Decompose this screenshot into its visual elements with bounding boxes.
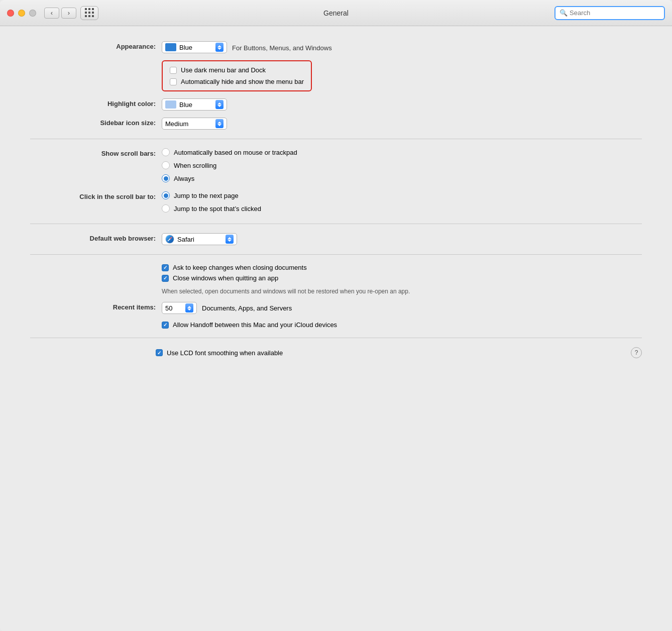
recent-items-value: 50 (165, 304, 172, 312)
dark-menu-empty-label (30, 60, 156, 62)
close-button[interactable] (7, 10, 14, 17)
dark-menu-checkbox[interactable] (170, 67, 177, 74)
auto-hide-label: Automatically hide and show the menu bar (181, 78, 304, 85)
ask-keep-changes-checkbox-row[interactable]: Ask to keep changes when closing documen… (162, 264, 307, 271)
arrow-up-icon (217, 45, 221, 47)
arrow-down-icon (217, 124, 221, 126)
ask-keep-changes-row: Ask to keep changes when closing documen… (30, 264, 642, 282)
nav-buttons: ‹ › (44, 8, 76, 19)
browser-dropdown[interactable]: Safari (162, 233, 237, 245)
click-scroll-next-page[interactable]: Jump to the next page (162, 191, 261, 199)
appearance-row: Appearance: Blue For Buttons, Menus, and… (30, 41, 642, 53)
arrow-down-icon (228, 240, 232, 242)
scroll-auto-radio[interactable] (162, 148, 170, 156)
lcd-smoothing-label: Use LCD font smoothing when available (167, 349, 283, 357)
maximize-button[interactable] (29, 10, 36, 17)
click-scroll-label: Click in the scroll bar to: (30, 191, 156, 200)
help-button[interactable]: ? (631, 347, 642, 358)
arrow-up-icon (217, 102, 221, 104)
appearance-dropdown[interactable]: Blue (162, 41, 227, 53)
show-scroll-bars-row: Show scroll bars: Automatically based on… (30, 148, 642, 184)
scroll-always-label: Always (174, 175, 194, 182)
light-blue-color-swatch (165, 100, 176, 109)
handoff-checkbox-row[interactable]: Allow Handoff between this Mac and your … (162, 321, 337, 329)
dark-menu-label: Use dark menu bar and Dock (181, 66, 266, 74)
dark-menu-section: Use dark menu bar and Dock Automatically… (30, 60, 642, 91)
default-browser-controls: Safari (162, 233, 237, 245)
sidebar-icon-size-row: Sidebar icon size: Medium (30, 118, 642, 130)
default-browser-row: Default web browser: (30, 233, 642, 245)
handoff-row: Allow Handoff between this Mac and your … (30, 321, 642, 329)
close-windows-checkbox[interactable] (162, 275, 169, 282)
titlebar: ‹ › General 🔍 (0, 0, 672, 26)
forward-button[interactable]: › (61, 8, 76, 19)
window-title: General (323, 9, 349, 17)
highlight-color-dropdown[interactable]: Blue (162, 98, 227, 111)
handoff-controls: Allow Handoff between this Mac and your … (162, 321, 337, 329)
highlight-box: Use dark menu bar and Dock Automatically… (162, 60, 312, 91)
click-scroll-next-radio[interactable] (162, 191, 170, 199)
appearance-controls: Blue For Buttons, Menus, and Windows (162, 41, 332, 53)
highlight-color-dropdown-arrows (215, 100, 223, 109)
traffic-lights (7, 10, 36, 17)
arrow-down-icon (217, 48, 221, 50)
search-box[interactable]: 🔍 (554, 6, 665, 20)
scroll-when-scrolling-label: When scrolling (174, 162, 216, 169)
recent-items-dropdown[interactable]: 50 (162, 302, 197, 314)
scroll-auto-option[interactable]: Automatically based on mouse or trackpad (162, 148, 297, 156)
content-area: Appearance: Blue For Buttons, Menus, and… (0, 26, 672, 631)
dark-menu-checkbox-row[interactable]: Use dark menu bar and Dock (170, 66, 304, 74)
appearance-hint: For Buttons, Menus, and Windows (232, 43, 332, 52)
recent-items-row: Recent items: 50 Documents, Apps, and Se… (30, 302, 642, 314)
lcd-smoothing-row: Use LCD font smoothing when available ? (30, 347, 642, 358)
svg-point-4 (169, 239, 170, 240)
close-windows-checkbox-row[interactable]: Close windows when quitting an app (162, 274, 307, 282)
appearance-dropdown-arrows (215, 43, 223, 52)
show-scroll-bars-label: Show scroll bars: (30, 148, 156, 157)
close-windows-hint: When selected, open documents and window… (162, 287, 443, 296)
recent-items-dropdown-arrows (185, 303, 193, 312)
lcd-smoothing-checkbox-row[interactable]: Use LCD font smoothing when available (156, 349, 283, 357)
grid-icon (85, 8, 94, 18)
close-windows-label: Close windows when quitting an app (173, 274, 278, 282)
divider-1 (30, 139, 642, 139)
back-button[interactable]: ‹ (44, 8, 59, 19)
arrow-down-icon (217, 105, 221, 107)
search-input[interactable] (570, 9, 660, 17)
lcd-smoothing-checkbox[interactable] (156, 349, 163, 356)
scroll-when-scrolling-option[interactable]: When scrolling (162, 161, 297, 169)
highlight-color-label: Highlight color: (30, 98, 156, 108)
handoff-checkbox[interactable] (162, 322, 169, 329)
highlight-color-value: Blue (179, 101, 192, 109)
sidebar-icon-size-label: Sidebar icon size: (30, 118, 156, 127)
handoff-empty-label (30, 321, 156, 323)
divider-4 (30, 338, 642, 338)
scroll-always-option[interactable]: Always (162, 174, 297, 182)
scroll-always-radio[interactable] (162, 174, 170, 182)
appearance-label: Appearance: (30, 41, 156, 50)
minimize-button[interactable] (18, 10, 25, 17)
sidebar-size-dropdown-arrows (215, 119, 223, 128)
grid-button[interactable] (80, 6, 98, 20)
auto-hide-checkbox[interactable] (170, 78, 177, 85)
ask-keep-changes-label: Ask to keep changes when closing documen… (173, 264, 307, 271)
recent-items-label: Recent items: (30, 302, 156, 311)
scroll-when-scrolling-radio[interactable] (162, 161, 170, 169)
default-browser-label: Default web browser: (30, 233, 156, 242)
click-scroll-spot-label: Jump to the spot that’s clicked (174, 205, 261, 213)
recent-items-hint: Documents, Apps, and Servers (202, 304, 292, 312)
click-scroll-spot[interactable]: Jump to the spot that’s clicked (162, 204, 261, 213)
click-scroll-spot-radio[interactable] (162, 204, 170, 213)
window: ‹ › General 🔍 Appearance: Blue (0, 0, 672, 631)
sidebar-icon-size-controls: Medium (162, 118, 227, 130)
divider-2 (30, 224, 642, 224)
auto-hide-checkbox-row[interactable]: Automatically hide and show the menu bar (170, 78, 304, 85)
arrow-up-icon (228, 237, 232, 239)
blue-color-swatch (165, 43, 176, 51)
safari-icon (165, 235, 174, 244)
ask-keep-changes-checkbox[interactable] (162, 264, 169, 271)
handoff-label: Allow Handoff between this Mac and your … (173, 321, 337, 329)
click-scroll-row: Click in the scroll bar to: Jump to the … (30, 191, 642, 215)
recent-items-controls: 50 Documents, Apps, and Servers (162, 302, 292, 314)
sidebar-icon-size-dropdown[interactable]: Medium (162, 118, 227, 130)
